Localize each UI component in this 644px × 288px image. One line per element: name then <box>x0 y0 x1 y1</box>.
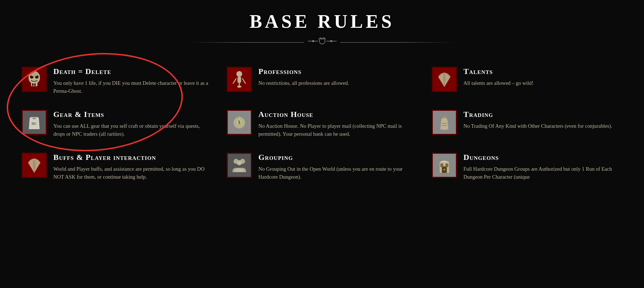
rule-icon-dungeons <box>432 153 457 178</box>
rule-title-trading: Trading <box>463 110 619 119</box>
svg-point-27 <box>444 169 445 170</box>
rule-desc-death: You only have 1 life, if you DIE you mus… <box>53 79 209 95</box>
page-container: BASE RULES <box>0 0 644 203</box>
svg-point-4 <box>330 40 332 42</box>
svg-rect-16 <box>32 117 37 118</box>
rule-icon-buffs <box>22 153 47 178</box>
rule-icon-grouping <box>227 153 252 178</box>
divider-line-right <box>340 42 456 43</box>
page-title: BASE RULES <box>22 11 622 32</box>
rule-title-death: Death = Delete <box>53 67 209 76</box>
rule-title-talents: Talents <box>463 67 619 76</box>
rule-desc-auction: No Auction House. No Player to player ma… <box>258 122 414 138</box>
rule-icon-professions <box>227 67 252 92</box>
rule-content-gear: Gear & Items You can use ALL gear that y… <box>53 110 209 138</box>
svg-rect-9 <box>32 83 34 86</box>
rule-auction: $ Auction House No Auction House. No Pla… <box>227 102 417 145</box>
rule-icon-gear: HC <box>22 110 47 135</box>
divider <box>22 36 622 49</box>
rule-gear: HC Gear & Items You can use ALL gear tha… <box>22 102 212 145</box>
svg-point-12 <box>236 71 242 77</box>
page-wrapper: BASE RULES <box>0 0 644 203</box>
rule-content-grouping: Grouping No Grouping Out in the Open Wor… <box>258 153 414 181</box>
svg-rect-28 <box>440 163 443 167</box>
rule-title-professions: Professions <box>258 67 414 76</box>
rule-icon-auction: $ <box>227 110 252 135</box>
svg-text:$: $ <box>238 120 241 125</box>
rule-content-auction: Auction House No Auction House. No Playe… <box>258 110 414 138</box>
svg-point-24 <box>237 160 242 165</box>
rule-content-talents: Talents All talents are allowed – go wil… <box>463 67 619 87</box>
rule-dungeons: Dungeons Full Hardcore Dungeon Groups ar… <box>432 145 622 188</box>
rule-title-dungeons: Dungeons <box>463 153 619 162</box>
rule-content-professions: Professions No restrictions, all profess… <box>258 67 414 87</box>
rule-icon-death <box>22 67 47 92</box>
rule-title-auction: Auction House <box>258 110 414 119</box>
svg-rect-10 <box>34 83 36 86</box>
rule-desc-gear: You can use ALL gear that you self craft… <box>53 122 209 138</box>
svg-rect-13 <box>237 77 241 83</box>
svg-point-15 <box>237 86 241 88</box>
svg-text:HC: HC <box>32 122 37 126</box>
rule-content-trading: Trading No Trading Of Any Kind with Othe… <box>463 110 619 130</box>
rule-talents: Talents All talents are allowed – go wil… <box>432 60 622 102</box>
rule-grouping: Grouping No Grouping Out in the Open Wor… <box>227 145 417 188</box>
rule-buffs: Buffs & Player interaction World and Pla… <box>22 145 212 188</box>
divider-line-left <box>189 42 304 43</box>
svg-point-11 <box>31 72 38 77</box>
rule-desc-trading: No Trading Of Any Kind with Other Charac… <box>463 122 619 130</box>
rule-trading: Trading No Trading Of Any Kind with Othe… <box>432 102 622 145</box>
rules-grid: Death = Delete You only have 1 life, if … <box>22 60 622 188</box>
rule-professions: Professions No restrictions, all profess… <box>227 60 417 102</box>
rule-title-grouping: Grouping <box>258 153 414 162</box>
svg-point-3 <box>312 40 314 42</box>
rule-content-death: Death = Delete You only have 1 life, if … <box>53 67 209 95</box>
rule-icon-talents <box>432 67 457 92</box>
rule-desc-dungeons: Full Hardcore Dungeon Groups are Authori… <box>463 165 619 181</box>
rule-desc-professions: No restrictions, all professions are all… <box>258 79 414 87</box>
rule-desc-talents: All talents are allowed – go wild! <box>463 79 619 87</box>
rule-desc-grouping: No Grouping Out in the Open World (unles… <box>258 165 414 181</box>
rule-death: Death = Delete You only have 1 life, if … <box>22 60 212 102</box>
svg-rect-29 <box>445 163 448 167</box>
rule-title-gear: Gear & Items <box>53 110 209 119</box>
rule-content-buffs: Buffs & Player interaction World and Pla… <box>53 153 209 181</box>
rule-icon-trading <box>432 110 457 135</box>
rule-desc-buffs: World and Player buffs, and assistance a… <box>53 165 209 181</box>
rule-content-dungeons: Dungeons Full Hardcore Dungeon Groups ar… <box>463 153 619 181</box>
divider-ornament <box>308 36 337 49</box>
rule-title-buffs: Buffs & Player interaction <box>53 153 209 162</box>
